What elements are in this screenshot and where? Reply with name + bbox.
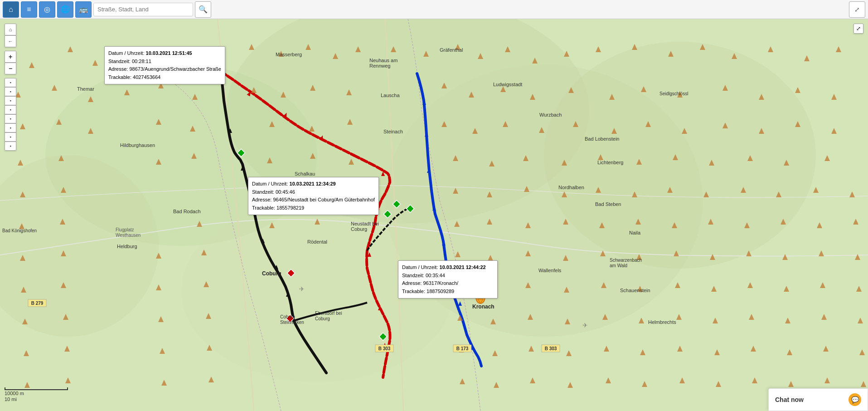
- popup-2-standzeit-label: Standzeit:: [252, 189, 274, 195]
- popup-3-adresse-label: Adresse:: [402, 280, 422, 286]
- popup-2-datum-row: Datum / Uhrzeit: 10.03.2021 12:34:29: [252, 180, 375, 188]
- scale-km-label: 10000 m: [5, 391, 24, 396]
- info-popup-2: Datum / Uhrzeit: 10.03.2021 12:34:29 Sta…: [248, 177, 379, 215]
- vehicle-button[interactable]: 🚌: [75, 1, 92, 18]
- layer-btn-3[interactable]: ▪: [5, 96, 16, 105]
- zoom-out-button[interactable]: −: [5, 63, 16, 74]
- layers-button[interactable]: ≡: [21, 1, 37, 18]
- popup-3-standzeit-row: Standzeit: 00:35:44: [402, 272, 494, 280]
- popup-1-adresse-value: 98673/Auengrund/Schwarzbacher Straße: [129, 66, 221, 72]
- pan-back-button[interactable]: ←: [5, 35, 16, 47]
- popup-1-standzeit-value: 00:28:11: [132, 59, 151, 64]
- popup-3-datum-value: 10.03.2021 12:44:22: [440, 264, 486, 270]
- popup-3-trackable-value: 1887509289: [427, 289, 454, 294]
- home-button[interactable]: ⌂: [3, 1, 19, 18]
- popup-3-trackable-row: Trackable: 1887509289: [402, 288, 494, 296]
- popup-2-datum-value: 10.03.2021 12:34:29: [290, 181, 336, 186]
- popup-1-adresse-label: Adresse:: [108, 66, 128, 72]
- scale-bar: 10000 m 10 mi: [5, 387, 68, 402]
- popup-2-adresse-label: Adresse:: [252, 197, 272, 202]
- layer-btn-5[interactable]: ▪: [5, 114, 16, 123]
- zoom-controls: + −: [5, 51, 16, 74]
- toolbar: ⌂ ≡ ◎ 🌐 🚌 🔍 ⤢: [0, 0, 868, 19]
- popup-3-datum-row: Datum / Uhrzeit: 10.03.2021 12:44:22: [402, 264, 494, 272]
- popup-3-adresse-row: Adresse: 96317/Kronach/: [402, 279, 494, 288]
- popup-2-adresse-value: 96465/Neustadt bei Coburg/Am Güterbahnho…: [273, 197, 374, 202]
- popup-3-standzeit-value: 00:35:44: [426, 273, 445, 278]
- pan-controls: ⌂ ←: [5, 24, 16, 47]
- popup-1-trackable-label: Trackable:: [108, 74, 131, 80]
- chat-widget[interactable]: Chat now 💬: [768, 388, 868, 411]
- popup-2-trackable-row: Trackable: 1855798219: [252, 204, 375, 212]
- search-input[interactable]: [93, 3, 193, 16]
- layer-btn-6[interactable]: ▪: [5, 123, 16, 132]
- map-controls: ⌂ ← + − ▪ ▪ ▪ ▪ ▪ ▪ ▪ ▪: [5, 24, 16, 151]
- popup-1-adresse-row: Adresse: 98673/Auengrund/Schwarzbacher S…: [108, 65, 221, 73]
- chat-label: Chat now: [775, 396, 804, 403]
- globe-button[interactable]: 🌐: [57, 1, 73, 18]
- popup-1-trackable-row: Trackable: 4027453664: [108, 73, 221, 82]
- expand-map-button[interactable]: ⤢: [853, 24, 863, 34]
- info-popup-3: Datum / Uhrzeit: 10.03.2021 12:44:22 Sta…: [398, 260, 498, 298]
- pan-home-button[interactable]: ⌂: [5, 24, 16, 35]
- layer-btn-4[interactable]: ▪: [5, 105, 16, 114]
- scale-ruler: [5, 387, 68, 390]
- popup-3-trackable-label: Trackable:: [402, 289, 425, 294]
- popup-1-standzeit-row: Standzeit: 00:28:11: [108, 58, 221, 66]
- search-button[interactable]: 🔍: [195, 1, 211, 18]
- popup-1-trackable-value: 4027453664: [133, 74, 160, 80]
- scale-miles-label: 10 mi: [5, 396, 17, 402]
- popup-1-standzeit-label: Standzeit:: [108, 59, 131, 64]
- popup-2-standzeit-value: 00:45:46: [276, 189, 295, 195]
- popup-2-datum-label: Datum / Uhrzeit:: [252, 181, 288, 186]
- popup-1-datum-row: Datum / Uhrzeit: 10.03.2021 12:51:45: [108, 49, 221, 58]
- route-button[interactable]: ◎: [39, 1, 55, 18]
- layer-btn-2[interactable]: ▪: [5, 87, 16, 96]
- popup-3-datum-label: Datum / Uhrzeit:: [402, 264, 438, 270]
- chat-icon: 💬: [849, 393, 861, 406]
- popup-3-standzeit-label: Standzeit:: [402, 273, 424, 278]
- zoom-in-button[interactable]: +: [5, 51, 16, 63]
- layer-btn-7[interactable]: ▪: [5, 132, 16, 142]
- popup-2-standzeit-row: Standzeit: 00:45:46: [252, 188, 375, 196]
- layer-btn-1[interactable]: ▪: [5, 78, 16, 87]
- layer-controls: ▪ ▪ ▪ ▪ ▪ ▪ ▪ ▪: [5, 78, 16, 151]
- expand-button[interactable]: ⤢: [849, 1, 865, 18]
- layer-btn-8[interactable]: ▪: [5, 142, 16, 151]
- popup-2-trackable-label: Trackable:: [252, 205, 275, 210]
- popup-1-datum-value: 10.03.2021 12:51:45: [146, 50, 192, 56]
- popup-2-trackable-value: 1855798219: [276, 205, 304, 210]
- info-popup-1: Datum / Uhrzeit: 10.03.2021 12:51:45 Sta…: [104, 46, 225, 84]
- popup-2-adresse-row: Adresse: 96465/Neustadt bei Coburg/Am Gü…: [252, 196, 375, 204]
- popup-1-datum-label: Datum / Uhrzeit:: [108, 50, 144, 56]
- map-container[interactable]: B 279 B 303 B 303 B 173 ✈ ✈ Masserberg N…: [0, 19, 868, 411]
- popup-3-adresse-value: 96317/Kronach/: [423, 280, 458, 286]
